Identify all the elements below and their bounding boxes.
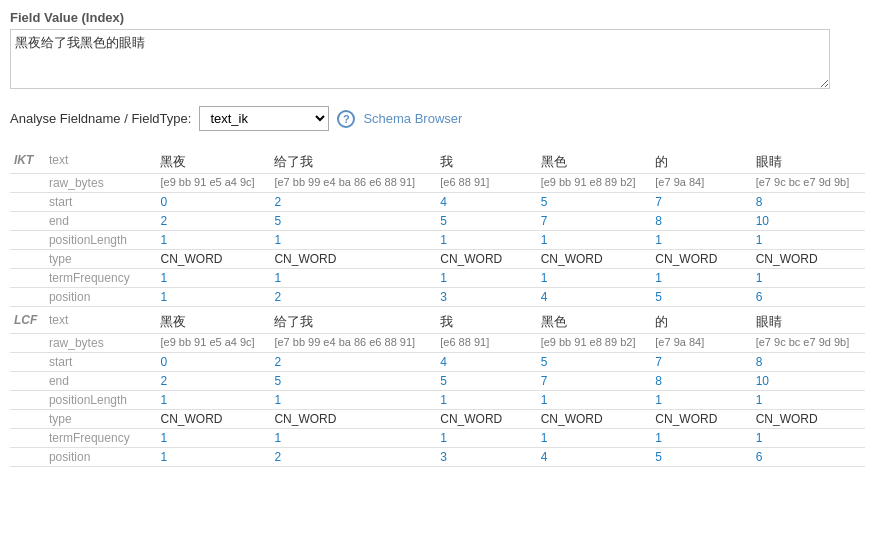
value-cell: 1 [270, 391, 436, 410]
value-cell: 7 [537, 212, 652, 231]
value-cell: CN_WORD [651, 250, 751, 269]
row-key: type [45, 250, 157, 269]
value-cell: CN_WORD [537, 250, 652, 269]
value-cell: 1 [156, 429, 270, 448]
section-label-lcf [10, 391, 45, 410]
section-label-lcf [10, 334, 45, 353]
results-table-wrapper: IKTtext黑夜给了我我黑色的眼睛raw_bytes[e9 bb 91 e5 … [10, 147, 865, 467]
value-cell: 1 [537, 391, 652, 410]
value-cell: 1 [270, 269, 436, 288]
value-cell: [e7 bb 99 e4 ba 86 e6 88 91] [270, 334, 436, 353]
value-cell: 给了我 [270, 147, 436, 174]
section-label-lcf [10, 353, 45, 372]
value-cell: 1 [752, 231, 865, 250]
value-cell: 1 [752, 391, 865, 410]
section-label-lcf [10, 410, 45, 429]
value-cell: 3 [436, 288, 536, 307]
value-cell: 5 [537, 193, 652, 212]
value-cell: 8 [752, 353, 865, 372]
value-cell: 10 [752, 212, 865, 231]
value-cell: 5 [436, 372, 536, 391]
value-cell: 1 [651, 269, 751, 288]
value-cell: 1 [537, 429, 652, 448]
value-cell: 4 [537, 288, 652, 307]
value-cell: 1 [436, 391, 536, 410]
section-label-ikt [10, 231, 45, 250]
value-cell: 我 [436, 147, 536, 174]
section-label-ikt [10, 193, 45, 212]
value-cell: 5 [651, 448, 751, 467]
table-row: positionLength111111 [10, 391, 865, 410]
value-cell: 眼睛 [752, 147, 865, 174]
value-cell: 6 [752, 288, 865, 307]
value-cell: [e7 9c bc e7 9d 9b] [752, 334, 865, 353]
row-key: text [45, 307, 157, 334]
section-label-ikt: IKT [10, 147, 45, 174]
value-cell: 4 [537, 448, 652, 467]
schema-browser-link[interactable]: Schema Browser [363, 111, 462, 126]
field-value-label: Field Value (Index) [10, 10, 865, 25]
table-row: start024578 [10, 353, 865, 372]
value-cell: 1 [651, 231, 751, 250]
table-row: raw_bytes[e9 bb 91 e5 a4 9c][e7 bb 99 e4… [10, 174, 865, 193]
analyse-section: Analyse Fieldname / FieldType: text_ik t… [10, 106, 865, 131]
value-cell: 8 [752, 193, 865, 212]
table-row: termFrequency111111 [10, 269, 865, 288]
value-cell: [e7 bb 99 e4 ba 86 e6 88 91] [270, 174, 436, 193]
value-cell: 的 [651, 147, 751, 174]
row-key: raw_bytes [45, 174, 157, 193]
value-cell: 给了我 [270, 307, 436, 334]
section-label-lcf [10, 448, 45, 467]
value-cell: [e6 88 91] [436, 334, 536, 353]
value-cell: 2 [156, 372, 270, 391]
row-key: positionLength [45, 391, 157, 410]
row-key: end [45, 212, 157, 231]
row-key: end [45, 372, 157, 391]
field-value-input[interactable] [10, 29, 830, 89]
value-cell: 黑色 [537, 147, 652, 174]
value-cell: 0 [156, 193, 270, 212]
section-label-ikt [10, 212, 45, 231]
table-row: termFrequency111111 [10, 429, 865, 448]
section-label-lcf [10, 429, 45, 448]
value-cell: [e9 bb 91 e8 89 b2] [537, 174, 652, 193]
value-cell: CN_WORD [651, 410, 751, 429]
row-key: raw_bytes [45, 334, 157, 353]
value-cell: 黑色 [537, 307, 652, 334]
value-cell: 5 [270, 372, 436, 391]
field-value-section: Field Value (Index) [10, 10, 865, 92]
value-cell: 2 [270, 288, 436, 307]
value-cell: 8 [651, 372, 751, 391]
value-cell: 6 [752, 448, 865, 467]
value-cell: [e7 9a 84] [651, 174, 751, 193]
value-cell: 1 [156, 288, 270, 307]
value-cell: 黑夜 [156, 307, 270, 334]
value-cell: 1 [651, 391, 751, 410]
section-label-lcf: LCF [10, 307, 45, 334]
value-cell: [e9 bb 91 e5 a4 9c] [156, 334, 270, 353]
help-icon[interactable]: ? [337, 110, 355, 128]
table-row: end2557810 [10, 372, 865, 391]
value-cell: 1 [436, 269, 536, 288]
table-row: position123456 [10, 288, 865, 307]
value-cell: 2 [270, 193, 436, 212]
value-cell: 10 [752, 372, 865, 391]
value-cell: 1 [436, 231, 536, 250]
value-cell: 7 [651, 353, 751, 372]
table-row: end2557810 [10, 212, 865, 231]
value-cell: 1 [270, 429, 436, 448]
row-key: start [45, 353, 157, 372]
value-cell: [e7 9c bc e7 9d 9b] [752, 174, 865, 193]
value-cell: 1 [156, 448, 270, 467]
value-cell: 眼睛 [752, 307, 865, 334]
value-cell: CN_WORD [752, 250, 865, 269]
section-label-ikt [10, 250, 45, 269]
value-cell: 5 [537, 353, 652, 372]
value-cell: 4 [436, 193, 536, 212]
value-cell: 3 [436, 448, 536, 467]
table-row: typeCN_WORDCN_WORDCN_WORDCN_WORDCN_WORDC… [10, 250, 865, 269]
section-label-lcf [10, 372, 45, 391]
value-cell: 4 [436, 353, 536, 372]
analyse-fieldtype-select[interactable]: text_ik text string [199, 106, 329, 131]
value-cell: 7 [537, 372, 652, 391]
